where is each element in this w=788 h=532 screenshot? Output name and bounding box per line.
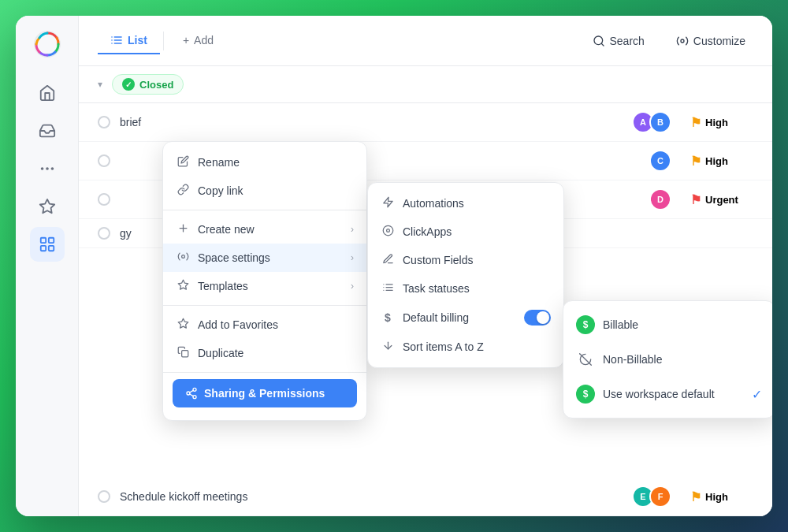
- clickapps-icon: [381, 225, 395, 239]
- priority-badge: ⚑ High: [690, 115, 753, 130]
- svg-point-2: [51, 168, 53, 169]
- add-view-button[interactable]: + Add: [170, 28, 226, 54]
- default-billing-icon: $: [381, 311, 395, 324]
- priority-flag-icon: ⚑: [690, 115, 701, 130]
- svg-rect-23: [181, 351, 188, 357]
- add-favorites-icon: [176, 318, 190, 332]
- svg-marker-22: [178, 318, 188, 328]
- priority-label: Urgent: [705, 194, 738, 206]
- templates-icon: [176, 279, 190, 293]
- svg-rect-8: [48, 246, 53, 251]
- menu-item-add-favorites[interactable]: Add to Favorites: [163, 311, 366, 339]
- automations-label: Automations: [403, 197, 464, 210]
- sidebar: [16, 16, 79, 516]
- filter-bar: ▾ ✓ Closed: [79, 66, 772, 103]
- avatar: B: [649, 111, 671, 133]
- task-checkbox[interactable]: [98, 116, 110, 128]
- automations-icon: [381, 196, 395, 210]
- task-checkbox[interactable]: [98, 490, 110, 503]
- topbar: List + Add Search: [79, 16, 772, 66]
- task-checkbox[interactable]: [98, 154, 110, 167]
- svg-marker-4: [39, 199, 54, 213]
- svg-point-17: [681, 39, 684, 43]
- svg-line-28: [190, 390, 194, 392]
- priority-label: High: [705, 117, 728, 128]
- menu-item-custom-fields[interactable]: Custom Fields: [368, 246, 563, 274]
- priority-label: High: [705, 491, 728, 503]
- rename-label: Rename: [198, 156, 240, 169]
- create-new-label: Create new: [198, 223, 255, 236]
- svg-point-30: [383, 225, 393, 236]
- default-billing-label: Default billing: [403, 311, 469, 324]
- menu-item-clickapps[interactable]: ClickApps: [368, 218, 563, 246]
- search-icon: [593, 35, 605, 47]
- priority-badge: ⚑ Urgent: [690, 192, 753, 207]
- menu-item-duplicate[interactable]: Duplicate: [163, 339, 366, 367]
- status-filter[interactable]: ✓ Closed: [112, 74, 184, 95]
- task-checkbox[interactable]: [98, 193, 110, 206]
- billing-option-workspace-default[interactable]: $ Use workspace default ✓: [563, 377, 772, 411]
- search-button[interactable]: Search: [585, 30, 652, 52]
- topbar-right: Search Customize: [585, 30, 754, 52]
- menu-item-space-settings[interactable]: Space settings ›: [163, 244, 366, 272]
- menu-item-rename[interactable]: Rename: [163, 148, 366, 177]
- task-statuses-label: Task statuses: [403, 282, 470, 295]
- default-billing-toggle[interactable]: [524, 310, 551, 326]
- space-settings-icon: [176, 251, 190, 265]
- svg-rect-6: [48, 238, 53, 243]
- tab-list-label: List: [128, 34, 147, 47]
- status-dot: ✓: [122, 78, 135, 91]
- templates-arrow: ›: [351, 281, 354, 292]
- menu-item-create-new[interactable]: Create new ›: [163, 215, 366, 244]
- table-row[interactable]: brief A B ⚑ High: [79, 103, 772, 142]
- priority-label: High: [705, 155, 728, 167]
- task-checkbox[interactable]: [98, 227, 110, 240]
- task-avatars: D: [649, 188, 671, 210]
- svg-rect-5: [40, 238, 45, 243]
- svg-line-27: [190, 394, 194, 396]
- create-new-arrow: ›: [351, 224, 354, 235]
- table-row[interactable]: Schedule kickoff meetings E F ⚑ High: [79, 478, 772, 516]
- menu-item-sort-items[interactable]: Sort items A to Z: [368, 333, 563, 361]
- expand-chevron[interactable]: ▾: [98, 79, 102, 90]
- menu-divider-3: [163, 372, 366, 373]
- sidebar-item-apps[interactable]: [30, 227, 65, 262]
- menu-item-templates[interactable]: Templates ›: [163, 272, 366, 300]
- context-menu-space-settings: Automations ClickApps Custom Fields: [367, 182, 564, 368]
- sidebar-item-home[interactable]: [30, 76, 65, 110]
- menu-item-automations[interactable]: Automations: [368, 189, 563, 218]
- menu-item-copy-link[interactable]: Copy link: [163, 177, 366, 205]
- svg-marker-29: [383, 197, 392, 207]
- customize-label: Customize: [693, 35, 745, 47]
- task-avatars: C: [649, 150, 671, 172]
- clickapps-label: ClickApps: [403, 225, 452, 238]
- sharing-permissions-button[interactable]: Sharing & Permissions: [173, 379, 357, 407]
- rename-icon: [176, 155, 190, 169]
- content-area: brief A B ⚑ High C: [79, 103, 772, 516]
- menu-divider: [163, 210, 366, 210]
- tab-list[interactable]: List: [98, 28, 160, 54]
- menu-item-default-billing[interactable]: $ Default billing: [368, 303, 563, 333]
- billing-option-non-billable[interactable]: Non-Billable: [563, 342, 772, 377]
- sidebar-item-chat[interactable]: [30, 151, 65, 186]
- svg-line-16: [601, 43, 604, 46]
- task-statuses-icon: [381, 281, 395, 296]
- sort-items-label: Sort items A to Z: [403, 340, 484, 353]
- list-icon: [110, 34, 123, 47]
- menu-item-task-statuses[interactable]: Task statuses: [368, 274, 563, 303]
- duplicate-label: Duplicate: [198, 347, 243, 359]
- billing-option-billable[interactable]: $ Billable: [563, 307, 772, 342]
- priority-badge: ⚑ High: [690, 489, 753, 504]
- workspace-default-check: ✓: [752, 387, 762, 402]
- context-menu-billing: $ Billable Non-Billable $ Use workspace …: [563, 300, 772, 419]
- svg-rect-7: [40, 246, 45, 251]
- non-billable-label: Non-Billable: [603, 353, 662, 366]
- sidebar-item-favorites[interactable]: [30, 189, 65, 224]
- svg-marker-21: [178, 280, 188, 289]
- custom-fields-label: Custom Fields: [403, 254, 473, 266]
- avatar: C: [649, 150, 671, 172]
- customize-button[interactable]: Customize: [668, 30, 753, 52]
- task-avatars: A B: [632, 111, 671, 133]
- sidebar-item-inbox[interactable]: [30, 113, 65, 148]
- duplicate-icon: [176, 346, 190, 360]
